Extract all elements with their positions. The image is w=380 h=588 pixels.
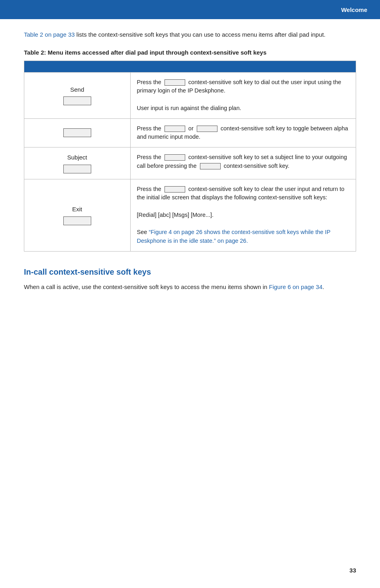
desc-cell-toggle: Press the or context-sensitive soft key …	[130, 118, 356, 147]
desc-cell-subject: Press the context-sensitive soft key to …	[130, 147, 356, 179]
inline-button	[200, 163, 221, 169]
key-label-exit: Exit	[72, 205, 82, 214]
section-heading: In-call context-sensitive soft keys	[24, 267, 356, 277]
header-title: Welcome	[341, 6, 367, 13]
inline-button	[165, 79, 185, 86]
key-cell-exit: Exit	[24, 179, 131, 251]
figure6-link[interactable]: Figure 6 on page 34	[269, 283, 322, 290]
desc-cell-exit: Press the context-sensitive soft key to …	[130, 179, 356, 251]
page-number: 33	[349, 567, 356, 574]
key-button-toggle	[63, 128, 91, 137]
key-cell-toggle	[24, 118, 131, 147]
page-content: Table 2 on page 33 lists the context-sen…	[0, 19, 380, 323]
section-para-start: When a call is active, use the context-s…	[24, 283, 269, 290]
table-row: Exit Press the context-sensitive soft ke…	[24, 179, 356, 251]
header-bar: Welcome	[0, 0, 380, 19]
key-button-subject	[63, 165, 91, 173]
inline-button	[165, 154, 185, 161]
section-para-end: .	[323, 283, 324, 290]
col2-header	[130, 61, 356, 72]
key-label-subject: Subject	[67, 153, 87, 162]
main-table: Send Press the context-sensitive soft ke…	[24, 61, 356, 252]
inline-button	[165, 186, 185, 193]
key-button-send	[63, 96, 91, 105]
intro-rest: lists the context-sensitive soft keys th…	[75, 31, 325, 38]
table-heading: Table 2: Menu items accessed after dial …	[24, 48, 356, 57]
table-row: Send Press the context-sensitive soft ke…	[24, 72, 356, 118]
table-row: Subject Press the context-sensitive soft…	[24, 147, 356, 179]
key-label-send: Send	[70, 85, 84, 94]
inline-button	[165, 126, 185, 132]
key-cell-subject: Subject	[24, 147, 131, 179]
desc-cell-send: Press the context-sensitive soft key to …	[130, 72, 356, 118]
col1-header	[24, 61, 131, 72]
key-button-exit	[63, 216, 91, 225]
inline-button	[197, 126, 217, 132]
intro-paragraph: Table 2 on page 33 lists the context-sen…	[24, 30, 356, 39]
key-cell-send: Send	[24, 72, 131, 118]
table-link[interactable]: Table 2 on page 33	[24, 31, 75, 38]
figure-link[interactable]: “Figure 4 on page 26 shows the context-s…	[137, 229, 331, 244]
section-paragraph: When a call is active, use the context-s…	[24, 282, 356, 291]
table-row: Press the or context-sensitive soft key …	[24, 118, 356, 147]
